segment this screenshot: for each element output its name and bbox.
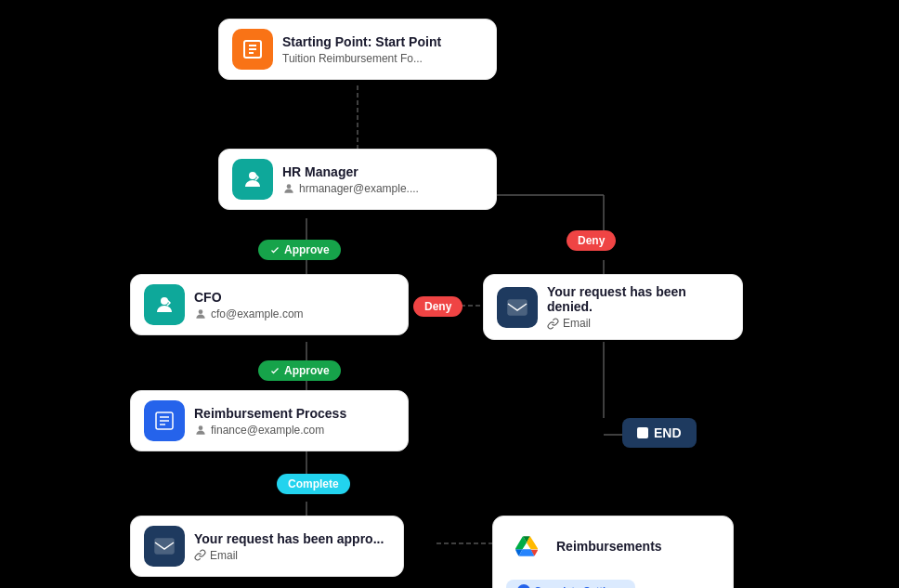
- deny-pill-2: Deny: [413, 296, 463, 317]
- approve-pill-2: Approve: [258, 360, 341, 381]
- hr-title: HR Manager: [282, 164, 419, 179]
- approved-email-icon: [144, 526, 185, 567]
- hr-icon: [232, 159, 273, 200]
- svg-point-20: [287, 184, 292, 189]
- end-square-icon: [637, 427, 648, 438]
- hr-sub: hrmanager@example....: [282, 182, 419, 195]
- denied-email-sub: Email: [547, 317, 729, 330]
- reimbursement-title: Reimbursement Process: [194, 406, 346, 421]
- svg-point-28: [199, 425, 203, 430]
- approved-email-node: Your request has been appro... Email: [130, 516, 404, 577]
- svg-point-21: [161, 297, 168, 305]
- complete-pill: Complete: [277, 474, 350, 494]
- gdrive-title: Reimbursements: [556, 539, 662, 554]
- svg-point-22: [199, 309, 203, 314]
- complete-settings-button[interactable]: + Complete Settings: [506, 580, 635, 588]
- end-label: END: [654, 425, 682, 440]
- plus-circle-icon: +: [517, 584, 530, 588]
- reimbursement-icon: [144, 400, 185, 441]
- denied-email-icon: [497, 287, 538, 328]
- start-sub: Tuition Reimbursement Fo...: [282, 52, 441, 65]
- deny-pill-1: Deny: [567, 230, 616, 251]
- cfo-icon: [144, 284, 185, 325]
- gdrive-icon: [506, 526, 547, 567]
- cfo-node: CFO cfo@example.com: [130, 274, 409, 335]
- start-node: Starting Point: Start Point Tuition Reim…: [218, 19, 497, 80]
- approved-email-title: Your request has been appro...: [194, 531, 384, 546]
- svg-point-19: [249, 172, 256, 179]
- svg-rect-23: [508, 300, 527, 315]
- approved-email-sub: Email: [194, 549, 384, 562]
- reimbursement-sub: finance@example.com: [194, 424, 346, 437]
- cfo-title: CFO: [194, 290, 304, 305]
- denied-email-title: Your request has been denied.: [547, 284, 729, 314]
- svg-rect-29: [155, 539, 174, 554]
- flow-container: Starting Point: Start Point Tuition Reim…: [74, 9, 827, 581]
- start-title: Starting Point: Start Point: [282, 34, 441, 49]
- reimbursement-node: Reimbursement Process finance@example.co…: [130, 390, 409, 451]
- reimbursements-gdrive-node: Reimbursements + Complete Settings: [492, 516, 734, 588]
- end-badge: END: [622, 418, 697, 448]
- cfo-sub: cfo@example.com: [194, 307, 304, 320]
- hr-node: HR Manager hrmanager@example....: [218, 149, 497, 210]
- start-icon: [232, 29, 273, 70]
- canvas: Starting Point: Start Point Tuition Reim…: [0, 0, 899, 588]
- approve-pill-1: Approve: [258, 240, 341, 260]
- denied-email-node: Your request has been denied. Email: [483, 274, 743, 340]
